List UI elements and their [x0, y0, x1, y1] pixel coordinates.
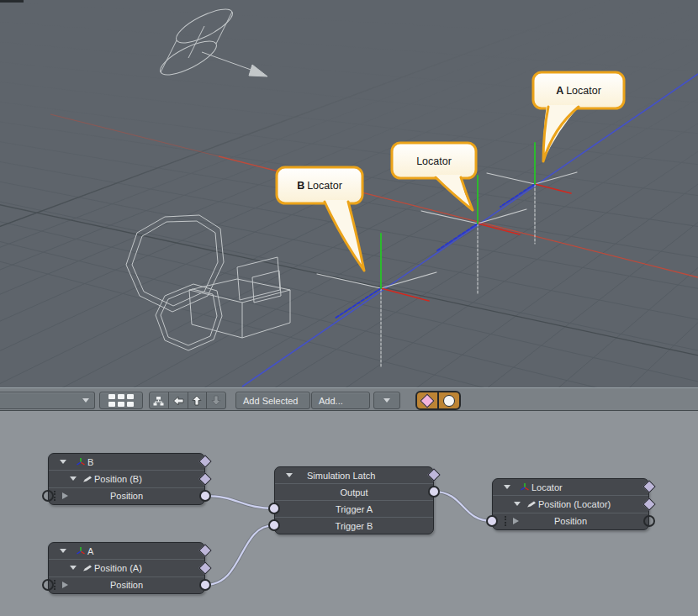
pencil-icon [82, 564, 93, 571]
add-label: Add... [319, 396, 343, 406]
pencil-icon [82, 475, 93, 482]
hierarchy-icon [153, 396, 164, 406]
latch-trigger-b-row[interactable]: Trigger B [275, 517, 433, 534]
node-b-position-input-port[interactable] [42, 490, 54, 502]
add-button[interactable]: Add... [311, 392, 370, 409]
locator-header[interactable]: Locator [493, 479, 648, 495]
collapse-icon[interactable] [60, 549, 66, 553]
callout-b-text: BLocator [297, 180, 342, 192]
wire-output-to-locator [434, 492, 492, 521]
node-b[interactable]: B Position (B) Position [48, 453, 205, 505]
node-a[interactable]: A Position (A) Position [48, 542, 205, 594]
collapse-icon[interactable] [286, 473, 293, 477]
port-label: Output [275, 487, 433, 498]
node-title: Locator [531, 482, 563, 492]
node-a-position-input-port[interactable] [42, 579, 54, 591]
port-label: Position [49, 580, 204, 590]
collapse-icon[interactable] [70, 566, 77, 570]
node-locator[interactable]: Locator Position (Locator) Position [492, 478, 649, 530]
latch-output-port[interactable] [428, 486, 440, 498]
node-a-position-output-port[interactable] [199, 579, 211, 591]
chevron-down-icon [82, 398, 89, 403]
node-a-header[interactable]: A [49, 543, 204, 559]
channel-title: Position (A) [94, 563, 142, 573]
callout-mid-text: Locator [416, 155, 452, 167]
arrow-down-icon [211, 395, 221, 406]
callout-a-text: ALocator [556, 85, 601, 97]
port-label: Position [493, 516, 648, 526]
collapse-icon[interactable] [70, 476, 77, 481]
locator-channel-header[interactable]: Position (Locator) [493, 495, 648, 512]
node-title: Simulation Latch [307, 471, 375, 481]
node-title: A [87, 546, 93, 556]
port-label: Trigger A [275, 504, 433, 514]
data-links-toggle[interactable] [439, 392, 459, 408]
add-selected-label: Add Selected [243, 396, 298, 406]
modo-schematic-window: BLocator Locator ALocator [0, 0, 698, 616]
collapse-icon[interactable] [60, 460, 66, 464]
locator-item-icon [76, 457, 86, 467]
latch-trigger-a-port[interactable] [268, 503, 280, 514]
graph-nav-button-group [149, 392, 226, 409]
layout-grid-icon [108, 394, 134, 407]
node-b-header[interactable]: B [49, 454, 204, 470]
collapse-icon[interactable] [504, 485, 510, 489]
circle-toggle-icon [443, 395, 455, 407]
locator-position-input-port[interactable] [486, 515, 498, 527]
node-a-channel-header[interactable]: Position (A) [49, 559, 204, 576]
chevron-down-icon [383, 398, 390, 403]
arrow-left-icon [172, 396, 184, 406]
viewport-3d[interactable]: BLocator Locator ALocator [0, 0, 698, 387]
graph-selector-dropdown[interactable] [0, 392, 95, 409]
latch-trigger-b-port[interactable] [268, 519, 280, 531]
locator-item-icon [76, 546, 86, 556]
latch-trigger-a-row[interactable]: Trigger A [275, 500, 433, 517]
layout-view-button[interactable] [99, 392, 143, 409]
locator-item-icon [520, 482, 530, 492]
back-button[interactable] [169, 392, 188, 408]
node-b-position-row[interactable]: Position [49, 487, 204, 504]
node-simulation-latch[interactable]: Simulation Latch Output Trigger A Trigge… [274, 466, 434, 534]
up-button[interactable] [188, 392, 208, 408]
add-dropdown-button[interactable] [373, 392, 400, 409]
window-edge-strip [0, 0, 24, 3]
channel-title: Position (Locator) [538, 499, 611, 509]
locator-position-row[interactable]: Position [493, 513, 648, 529]
hierarchy-button[interactable] [150, 392, 169, 408]
down-button[interactable] [207, 392, 225, 408]
diamond-toggle-icon [420, 393, 435, 408]
port-label: Trigger B [275, 521, 433, 531]
locator-position-output-port[interactable] [643, 515, 655, 527]
schematic-toolbar: Add Selected Add... [0, 387, 698, 411]
port-label: Position [49, 491, 204, 501]
collapse-icon[interactable] [514, 502, 521, 506]
add-selected-button[interactable]: Add Selected [235, 392, 310, 409]
latch-output-row[interactable]: Output [275, 483, 433, 500]
pencil-icon [526, 500, 537, 508]
node-title: B [87, 457, 93, 467]
channel-links-toggle[interactable] [417, 392, 439, 408]
node-a-position-row[interactable]: Position [49, 577, 204, 593]
channel-title: Position (B) [94, 474, 142, 484]
node-b-channel-header[interactable]: Position (B) [49, 470, 204, 487]
schematic-node-editor[interactable]: B Position (B) Position [0, 411, 698, 616]
latch-header[interactable]: Simulation Latch [275, 467, 433, 483]
node-b-position-output-port[interactable] [199, 490, 211, 502]
connector-filter-toggles [415, 391, 461, 410]
arrow-up-icon [192, 395, 202, 406]
